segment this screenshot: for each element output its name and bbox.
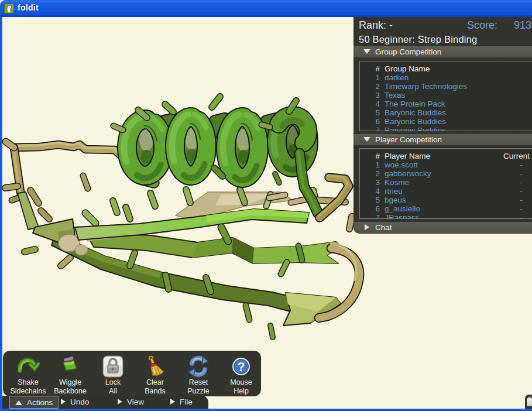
svg-text:?: ? bbox=[237, 359, 245, 374]
